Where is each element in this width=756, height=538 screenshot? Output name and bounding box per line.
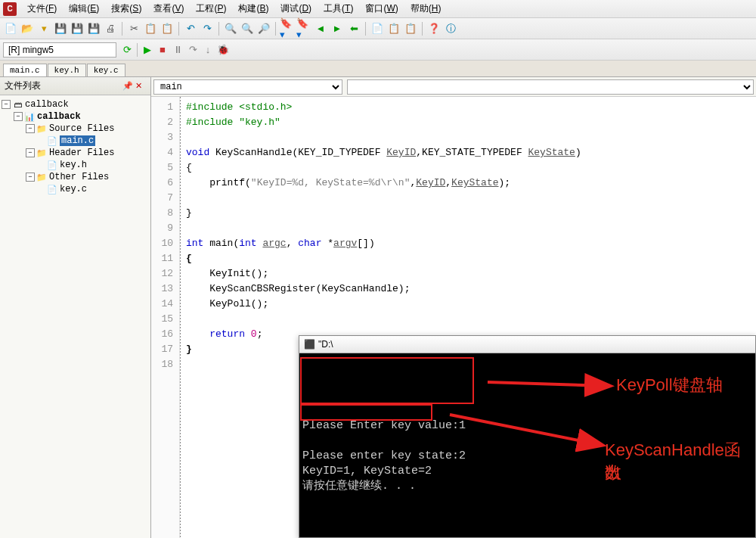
menu-v[interactable]: 查看(V) [147, 1, 190, 17]
console-titlebar[interactable]: ⬛ "D:\ [299, 336, 755, 353]
save-all-button[interactable]: 💾 [53, 21, 68, 36]
bookmark-button[interactable]: 🔖▾ [280, 21, 295, 36]
annotation-text-2: KeyScanHandle函数 [605, 439, 756, 484]
file-tab[interactable]: main.c [3, 64, 47, 76]
close-panel-icon[interactable]: ✕ [135, 81, 146, 92]
annotation-text-3: 出 [605, 462, 621, 484]
redo-button[interactable]: ↷ [200, 21, 215, 36]
menu-d[interactable]: 调试(D) [274, 1, 318, 17]
tree-toggle-icon[interactable]: − [26, 173, 35, 182]
file-list-panel: 文件列表 📌 ✕ − 🗃 callback − 📊 callback −📁Sou… [0, 77, 151, 538]
folder-icon: 📁 [36, 148, 47, 158]
menu-e[interactable]: 编辑(E) [63, 1, 105, 17]
menu-b[interactable]: 构建(B) [232, 1, 274, 17]
app-icon: C [3, 2, 17, 16]
function-select[interactable]: main [153, 79, 342, 95]
build-target-select[interactable] [3, 42, 116, 58]
info-button[interactable]: ⓘ [443, 21, 458, 36]
project-icon: 📊 [24, 111, 35, 122]
tree-folder[interactable]: Header Files [49, 148, 114, 158]
find-button[interactable]: 🔍 [223, 21, 238, 36]
console-window: ⬛ "D:\ Please Enter key value:1 Please e… [299, 335, 756, 538]
tree-file[interactable]: key.c [60, 184, 87, 194]
annotation-text-1: KeyPoll键盘轴 [616, 374, 723, 397]
pin-icon[interactable]: 📌 [122, 81, 133, 92]
new-file-button[interactable]: 📄 [3, 21, 18, 36]
undo-button[interactable]: ↶ [183, 21, 198, 36]
menu-s[interactable]: 搜索(S) [105, 1, 147, 17]
back-button[interactable]: ⬅ [346, 21, 361, 36]
stop-button[interactable]: ■ [155, 42, 170, 58]
cut-button[interactable]: ✂ [126, 21, 141, 36]
copy-button[interactable]: 📋 [143, 21, 158, 36]
annotation-box-1 [300, 357, 474, 404]
help-button[interactable]: ❓ [426, 21, 442, 36]
panel-header: 文件列表 📌 ✕ [0, 77, 150, 95]
target-refresh-button[interactable]: ⟳ [119, 42, 135, 58]
file-tabs: main.ckey.hkey.c [0, 61, 756, 77]
folder-icon: 📁 [36, 123, 47, 134]
paste-button[interactable]: 📋 [160, 21, 175, 36]
bookmark2-button[interactable]: 🔖▾ [296, 21, 311, 36]
tree-toggle-icon[interactable]: − [2, 100, 11, 109]
next-bookmark-button[interactable]: ► [330, 21, 345, 36]
menu-t[interactable]: 工具(T) [318, 1, 359, 17]
open-dropdown[interactable]: ▾ [36, 21, 51, 36]
file-tab[interactable]: key.h [48, 64, 86, 76]
doc3-button[interactable]: 📋 [403, 21, 418, 36]
tree-workspace[interactable]: callback [25, 99, 69, 110]
tree-toggle-icon[interactable]: − [26, 124, 35, 133]
doc2-button[interactable]: 📋 [386, 21, 401, 36]
save-multi-button[interactable]: 💾 [86, 21, 101, 36]
debug-button[interactable]: ⏸ [170, 42, 185, 58]
file-icon: 📄 [47, 160, 57, 170]
tree-toggle-icon[interactable]: − [14, 112, 23, 121]
print-button[interactable]: 🖨 [103, 21, 118, 36]
workspace-icon: 🗃 [12, 99, 23, 110]
step-over-button[interactable]: ↷ [185, 42, 200, 58]
tree-toggle-icon[interactable]: − [26, 148, 35, 157]
function-navigator: main [151, 77, 756, 97]
replace-button[interactable]: 🔍 [240, 21, 255, 36]
folder-icon: 📁 [36, 172, 47, 182]
build-config-toolbar: ⟳ ▶ ■ ⏸ ↷ ↓ 🐞 [0, 39, 756, 61]
run-button[interactable]: ▶ [140, 42, 155, 58]
menu-bar: C 文件(F)编辑(E)搜索(S)查看(V)工程(P)构建(B)调试(D)工具(… [0, 0, 756, 18]
menu-h[interactable]: 帮助(H) [404, 1, 448, 17]
prev-bookmark-button[interactable]: ◄ [313, 21, 328, 36]
project-tree: − 🗃 callback − 📊 callback −📁Source Files… [0, 95, 150, 198]
line-gutter: 123456789101112131415161718 [151, 97, 180, 538]
file-icon: 📄 [47, 184, 57, 194]
menu-w[interactable]: 窗口(W) [359, 1, 404, 17]
step-into-button[interactable]: ↓ [200, 42, 215, 58]
symbol-select[interactable] [347, 79, 754, 95]
step-out-button[interactable]: 🐞 [215, 42, 231, 58]
find-in-files-button[interactable]: 🔎 [256, 21, 271, 36]
tree-folder[interactable]: Source Files [49, 123, 114, 134]
tree-file[interactable]: key.h [60, 160, 87, 170]
doc1-button[interactable]: 📄 [370, 21, 385, 36]
file-tab[interactable]: key.c [87, 64, 125, 76]
console-title-text: "D:\ [318, 339, 333, 350]
tree-project[interactable]: callback [37, 111, 81, 122]
menu-p[interactable]: 工程(P) [190, 1, 232, 17]
console-icon: ⬛ [304, 339, 315, 350]
panel-title: 文件列表 [5, 79, 41, 92]
main-toolbar: 📄 📂 ▾ 💾 💾 💾 🖨 ✂ 📋 📋 ↶ ↷ 🔍 🔍 🔎 🔖▾ 🔖▾ ◄ ► … [0, 18, 756, 39]
menu-f[interactable]: 文件(F) [21, 1, 63, 17]
open-button[interactable]: 📂 [20, 21, 35, 36]
save-button[interactable]: 💾 [70, 21, 85, 36]
file-icon: 📄 [47, 135, 57, 146]
tree-folder[interactable]: Other Files [49, 172, 109, 182]
tree-file[interactable]: main.c [60, 135, 95, 146]
